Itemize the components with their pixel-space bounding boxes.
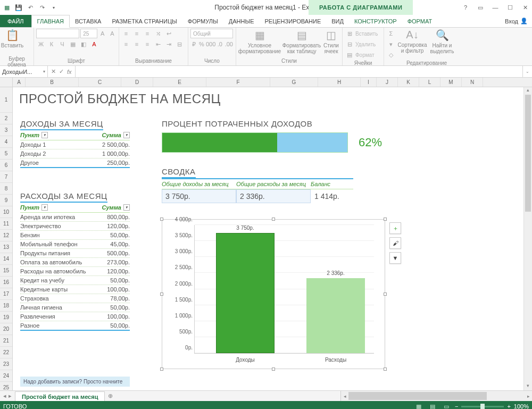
row-header[interactable]: 17 (0, 288, 12, 300)
sort-filter-button[interactable]: A↓Сортировка и фильтр (398, 29, 427, 55)
inc-decimal-icon[interactable]: .0 (217, 39, 223, 49)
filter-icon[interactable]: ▾ (41, 204, 48, 211)
chart-elements-button[interactable]: ＋ (389, 222, 401, 234)
insert-cells-button[interactable]: ⊞Вставить (345, 29, 378, 38)
currency-icon[interactable]: ₽ (190, 39, 197, 49)
zoom-slider[interactable] (461, 406, 504, 407)
select-all-corner[interactable] (0, 78, 13, 87)
page-break-view-icon[interactable]: ▭ (441, 402, 452, 409)
col-header[interactable]: H (318, 78, 361, 87)
expense-col-sum[interactable]: Сумма▾ (87, 204, 130, 211)
zoom-out-button[interactable]: − (455, 403, 458, 409)
grow-font-icon[interactable]: A (98, 29, 107, 38)
tab-home[interactable]: ГЛАВНАЯ (31, 15, 70, 28)
row-header[interactable]: 15 (0, 265, 12, 277)
autosum-icon[interactable]: Σ (386, 29, 396, 38)
row-header[interactable]: 24 (0, 370, 12, 382)
scroll-left-arrow[interactable]: ◂ (341, 394, 348, 399)
clear-icon[interactable]: ◇ (386, 50, 396, 60)
col-header[interactable]: B (26, 78, 79, 87)
align-center-icon[interactable]: ≡ (132, 39, 142, 49)
table-row[interactable]: Продукты питания500,00р. (20, 249, 130, 258)
zoom-in-button[interactable]: + (507, 403, 510, 409)
col-header[interactable]: N (462, 78, 483, 87)
income-col-sum[interactable]: Сумма▾ (87, 132, 130, 138)
align-left-icon[interactable]: ≡ (121, 39, 131, 49)
number-format-combo[interactable]: Общий (190, 29, 233, 38)
orientation-icon[interactable]: ⤭ (153, 29, 163, 38)
tab-insert[interactable]: ВСТАВКА (70, 15, 106, 27)
col-header[interactable]: C (79, 78, 121, 87)
col-header[interactable]: A (13, 78, 26, 87)
tab-prev-icon[interactable]: ◂ (3, 393, 6, 399)
format-cells-button[interactable]: ▤Формат (345, 50, 378, 60)
tab-chart-design[interactable]: КОНСТРУКТОР (349, 15, 402, 27)
table-row[interactable]: Страховка78,00р. (20, 294, 130, 303)
align-top-icon[interactable]: ≡ (121, 29, 131, 38)
row-header[interactable]: 9 (0, 195, 12, 206)
row-header[interactable]: 4 (0, 136, 12, 148)
table-row[interactable]: Личная гигиена50,00р. (20, 303, 130, 312)
conditional-format-button[interactable]: ▦Условное форматирование (238, 29, 281, 55)
save-icon[interactable]: 💾 (14, 3, 23, 12)
row-header[interactable]: 3 (0, 124, 12, 136)
chart-bar[interactable] (216, 233, 275, 353)
chart-filter-button[interactable]: ▼ (389, 252, 401, 264)
table-row[interactable]: Оплата за автомобиль273,00р. (20, 258, 130, 267)
dec-decimal-icon[interactable]: .00 (225, 39, 234, 49)
row-header[interactable]: 13 (0, 241, 12, 253)
table-row[interactable]: Бензин50,00р. (20, 231, 130, 240)
col-header[interactable]: K (398, 78, 419, 87)
filter-icon[interactable]: ▾ (41, 132, 48, 138)
col-header[interactable]: E (153, 78, 206, 87)
border-icon[interactable]: ▦ (68, 39, 78, 49)
row-header[interactable]: 11 (0, 218, 12, 230)
worksheet-area[interactable]: 1234567891011121314151617181920212223242… (0, 87, 532, 390)
col-header[interactable]: I (361, 78, 377, 87)
maximize-icon[interactable]: ☐ (503, 2, 517, 13)
comma-icon[interactable]: 000 (206, 39, 215, 49)
fill-color-icon[interactable]: ◧ (79, 39, 88, 49)
tab-page-layout[interactable]: РАЗМЕТКА СТРАНИЦЫ (106, 15, 182, 27)
table-row[interactable]: Кредитные карты100,00р. (20, 285, 130, 294)
redo-icon[interactable]: ↷ (37, 3, 47, 12)
format-as-table-button[interactable]: ▤Форматировать как таблицу (283, 29, 320, 55)
align-bottom-icon[interactable]: ≡ (143, 29, 152, 38)
expense-col-item[interactable]: Пункт▾ (20, 204, 87, 211)
find-select-button[interactable]: 🔍Найти и выделить (429, 29, 455, 55)
sign-in[interactable]: Вход👤 (501, 15, 532, 27)
row-header[interactable]: 7 (0, 171, 12, 183)
sheet-tab[interactable]: Простой бюджет на месяц (15, 391, 105, 401)
hscroll-thumb[interactable] (348, 392, 487, 400)
expand-formula-bar[interactable]: ⌄ (522, 66, 532, 77)
col-header[interactable]: L (419, 78, 440, 87)
tab-chart-format[interactable]: ФОРМАТ (402, 15, 438, 27)
enter-icon[interactable]: ✓ (59, 68, 64, 75)
row-header[interactable]: 14 (0, 253, 12, 265)
row-header[interactable]: 2 (0, 113, 12, 124)
filter-icon[interactable]: ▾ (123, 132, 130, 138)
col-header[interactable]: J (377, 78, 398, 87)
chart-object[interactable]: 0р.500р.1 000р.1 500р.2 000р.2 500р.3 00… (162, 219, 385, 369)
font-size-combo[interactable]: 25 (80, 29, 97, 38)
tab-next-icon[interactable]: ▸ (9, 393, 12, 399)
zoom-level[interactable]: 100% (514, 403, 529, 409)
tab-view[interactable]: ВИД (326, 15, 349, 27)
tab-formulas[interactable]: ФОРМУЛЫ (182, 15, 223, 27)
paste-button[interactable]: 📋Вставить (2, 29, 22, 55)
vertical-scrollbar[interactable]: ▴ ▾ (523, 87, 532, 390)
table-row[interactable]: Кредит на учебу50,00р. (20, 276, 130, 285)
tab-review[interactable]: РЕЦЕНЗИРОВАНИЕ (259, 15, 326, 27)
formula-input[interactable] (76, 66, 522, 77)
row-header[interactable]: 8 (0, 183, 12, 195)
row-header[interactable]: 12 (0, 230, 12, 241)
ribbon-display-icon[interactable]: ▭ (473, 2, 487, 13)
scroll-right-arrow[interactable]: ▸ (525, 394, 532, 399)
table-row[interactable]: Разное50,00р. (20, 321, 130, 331)
table-row[interactable]: Мобильный телефон45,00р. (20, 240, 130, 249)
scroll-down-arrow[interactable]: ▾ (524, 383, 532, 390)
row-header[interactable]: 1 (0, 87, 12, 113)
normal-view-icon[interactable]: ▦ (413, 402, 424, 409)
chart-styles-button[interactable]: 🖌 (389, 237, 401, 249)
wrap-text-icon[interactable]: ↩ (164, 29, 173, 38)
